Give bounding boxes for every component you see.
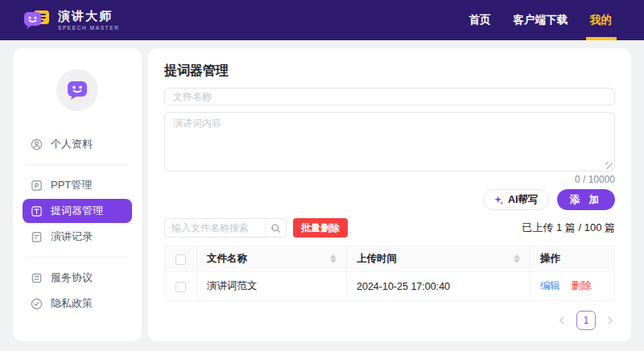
teleprompter-panel: 提词器管理 0 / 10000 AI帮写 添 加 — [148, 48, 631, 341]
file-name-input[interactable] — [164, 88, 615, 105]
logo-smiley-icon — [23, 8, 52, 32]
prev-page-icon[interactable] — [557, 316, 567, 325]
agreement-icon — [31, 272, 43, 284]
ppt-icon — [31, 180, 43, 192]
speech-content-textarea[interactable] — [164, 112, 615, 171]
logo-title: 演讲大师 — [58, 10, 119, 23]
app-header: 演讲大师 SPEECH MASTER 首页 客户端下载 我的 — [0, 0, 644, 40]
logo-subtitle: SPEECH MASTER — [58, 25, 119, 31]
sort-icon[interactable] — [330, 254, 336, 263]
nav-item-home[interactable]: 首页 — [469, 0, 491, 40]
ai-write-button[interactable]: AI帮写 — [483, 189, 549, 210]
nav-item-client-download[interactable]: 客户端下载 — [514, 0, 568, 40]
cell-file-name: 演讲词范文 — [197, 272, 347, 301]
sidebar-item-privacy[interactable]: 隐私政策 — [23, 291, 132, 316]
upload-stat: 已上传 1 篇 / 100 篇 — [522, 221, 615, 235]
sidebar-item-label: 提词器管理 — [51, 204, 103, 218]
add-button[interactable]: 添 加 — [557, 189, 615, 210]
next-page-icon[interactable] — [605, 316, 615, 325]
avatar-smiley-icon — [67, 81, 88, 101]
sidebar-item-label: 服务协议 — [51, 270, 93, 285]
search-input[interactable] — [165, 222, 265, 233]
page-number-button[interactable]: 1 — [576, 311, 596, 330]
list-toolbar: 批量删除 已上传 1 篇 / 100 篇 — [164, 218, 615, 237]
row-checkbox[interactable] — [175, 282, 186, 292]
column-header-time: 上传时间 — [357, 252, 397, 266]
sidebar-item-terms[interactable]: 服务协议 — [23, 266, 132, 290]
table-header-row: 文件名称 上传时间 — [165, 246, 615, 272]
logo-text: 演讲大师 SPEECH MASTER — [58, 10, 119, 31]
user-icon — [31, 138, 43, 151]
sidebar-item-label: 个人资料 — [51, 137, 93, 151]
record-icon — [31, 231, 43, 243]
column-header-action: 操作 — [530, 246, 615, 272]
sidebar-item-label: 演讲记录 — [51, 229, 93, 244]
search-box — [164, 218, 287, 237]
page-body: 个人资料 PPT管理 提词器管理 — [0, 40, 644, 351]
sidebar-item-label: 隐私政策 — [51, 296, 93, 311]
sidebar: 个人资料 PPT管理 提词器管理 — [13, 48, 142, 341]
edit-link[interactable]: 编辑 — [540, 280, 560, 291]
speech-content-wrap — [164, 112, 615, 171]
resize-handle[interactable] — [605, 162, 613, 169]
sidebar-item-profile[interactable]: 个人资料 — [23, 132, 132, 156]
pagination: 1 — [164, 311, 615, 330]
select-all-checkbox[interactable] — [175, 254, 186, 265]
sidebar-divider — [26, 164, 129, 165]
privacy-icon — [31, 298, 43, 310]
sidebar-item-records[interactable]: 演讲记录 — [23, 225, 132, 249]
sidebar-item-label: PPT管理 — [51, 178, 92, 192]
files-table: 文件名称 上传时间 — [164, 246, 615, 301]
avatar — [56, 69, 98, 111]
sidebar-item-ppt[interactable]: PPT管理 — [23, 173, 132, 197]
action-buttons: AI帮写 添 加 — [164, 189, 615, 210]
page-title: 提词器管理 — [164, 63, 615, 80]
main-nav: 首页 客户端下载 我的 — [469, 0, 613, 40]
sidebar-item-teleprompter[interactable]: 提词器管理 — [23, 199, 132, 223]
teleprompter-icon — [31, 205, 43, 217]
ai-write-label: AI帮写 — [508, 193, 539, 207]
cell-upload-time: 2024-10-25 17:00:40 — [347, 272, 530, 301]
search-icon[interactable] — [265, 219, 286, 237]
sidebar-divider — [26, 257, 129, 258]
nav-item-mine[interactable]: 我的 — [590, 0, 612, 40]
column-header-name: 文件名称 — [207, 252, 247, 266]
batch-delete-button[interactable]: 批量删除 — [293, 218, 348, 237]
sparkle-icon — [493, 195, 504, 205]
delete-link[interactable]: 删除 — [571, 280, 591, 291]
sort-icon[interactable] — [514, 254, 520, 263]
char-counter: 0 / 10000 — [164, 174, 615, 185]
table-row: 演讲词范文 2024-10-25 17:00:40 编辑 删除 — [165, 272, 615, 301]
logo: 演讲大师 SPEECH MASTER — [23, 8, 119, 32]
